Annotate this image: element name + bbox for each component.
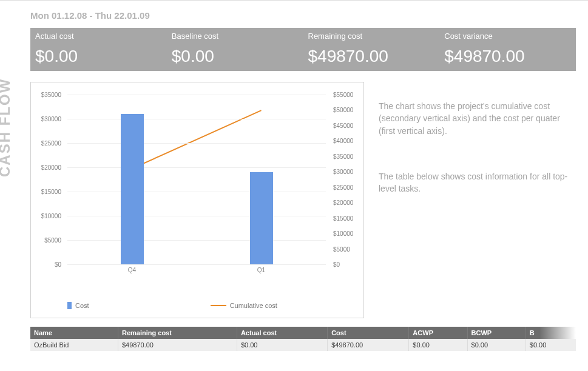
grid-line <box>67 95 326 95</box>
grid-line <box>67 167 326 168</box>
legend-label-cumulative: Cumulative cost <box>230 302 277 309</box>
grid-line <box>67 192 326 192</box>
grid-line <box>67 216 326 216</box>
x-category: Q4 <box>128 267 136 273</box>
legend-swatch-bar <box>67 302 72 309</box>
metric-label: Remaining cost <box>308 32 440 41</box>
y1-tick: $5000 <box>44 237 61 244</box>
description-2: The table below shows cost information f… <box>379 170 576 195</box>
y1-tick: $20000 <box>41 164 61 171</box>
col-acwp[interactable]: ACWP <box>409 327 467 339</box>
metric-cost-variance: Cost variance $49870.00 <box>439 32 576 66</box>
y2-tick: $35000 <box>333 153 353 159</box>
y1-tick: $0 <box>55 261 61 268</box>
y1-axis: $0$5000$10000$15000$20000$25000$30000$35… <box>31 95 64 264</box>
y2-axis: $0$5000$10000$15000$20000$25000$30000$35… <box>330 95 363 264</box>
metric-remaining-cost: Remaining cost $49870.00 <box>303 32 440 66</box>
metric-value: $49870.00 <box>308 47 440 66</box>
y2-tick: $0 <box>333 261 340 268</box>
metric-actual-cost: Actual cost $0.00 <box>30 32 167 66</box>
grid-line <box>67 119 326 119</box>
date-range: Mon 01.12.08 - Thu 22.01.09 <box>30 10 576 21</box>
description-1: The chart shows the project's cumulative… <box>379 100 576 137</box>
y2-tick: $45000 <box>333 122 353 129</box>
cost-table-wrapper: NameRemaining costActual costCostACWPBCW… <box>30 327 576 351</box>
cell: $0.00 <box>237 339 327 351</box>
x-category: Q1 <box>257 267 265 273</box>
y1-tick: $10000 <box>41 213 61 219</box>
y1-tick: $15000 <box>41 189 61 195</box>
metric-value: $49870.00 <box>444 47 576 66</box>
side-title: CASH FLOW <box>0 78 13 177</box>
metrics-bar: Actual cost $0.00 Baseline cost $0.00 Re… <box>30 28 576 71</box>
cell: $49870.00 <box>328 339 409 351</box>
legend-label-cost: Cost <box>75 302 89 309</box>
cumulative-cost-line <box>67 95 326 264</box>
y1-tick: $30000 <box>41 116 61 122</box>
grid-line <box>67 264 326 265</box>
chart-description: The chart shows the project's cumulative… <box>379 82 576 318</box>
col-b[interactable]: B <box>525 327 576 339</box>
plot-area: Q4Q1 <box>67 95 326 264</box>
metric-value: $0.00 <box>172 47 303 66</box>
metric-label: Cost variance <box>444 32 576 41</box>
y2-tick: $25000 <box>333 184 353 190</box>
col-cost[interactable]: Cost <box>328 327 409 339</box>
col-actual-cost[interactable]: Actual cost <box>237 327 327 339</box>
cell: OzBuild Bid <box>30 339 118 351</box>
grid-line <box>67 143 326 144</box>
y2-tick: $10000 <box>333 230 353 237</box>
y1-tick: $35000 <box>41 92 61 98</box>
metric-baseline-cost: Baseline cost $0.00 <box>167 32 303 66</box>
cell: $0.00 <box>409 339 467 351</box>
y2-tick: $30000 <box>333 169 353 175</box>
chart-legend: Cost Cumulative cost <box>67 302 357 309</box>
y2-tick: $20000 <box>333 199 353 206</box>
y2-tick: $50000 <box>333 107 353 113</box>
col-bcwp[interactable]: BCWP <box>467 327 525 339</box>
y1-tick: $25000 <box>41 140 61 147</box>
col-name[interactable]: Name <box>30 327 118 339</box>
y2-tick: $55000 <box>333 92 353 98</box>
bar-q1 <box>250 172 273 264</box>
col-remaining-cost[interactable]: Remaining cost <box>118 327 237 339</box>
metric-value: $0.00 <box>35 47 167 66</box>
cost-table: NameRemaining costActual costCostACWPBCW… <box>30 327 576 351</box>
cell: $0.00 <box>525 339 576 351</box>
cash-flow-chart: $0$5000$10000$15000$20000$25000$30000$35… <box>30 82 364 318</box>
bar-q4 <box>121 114 144 264</box>
cell: $49870.00 <box>118 339 237 351</box>
metric-label: Actual cost <box>35 32 167 41</box>
table-row[interactable]: OzBuild Bid$49870.00$0.00$49870.00$0.00$… <box>30 339 576 351</box>
legend-swatch-line <box>211 305 226 306</box>
y2-tick: $15000 <box>333 215 353 221</box>
metric-label: Baseline cost <box>172 32 303 41</box>
grid-line <box>67 240 326 241</box>
y2-tick: $40000 <box>333 138 353 144</box>
cell: $0.00 <box>467 339 525 351</box>
y2-tick: $5000 <box>333 246 350 252</box>
